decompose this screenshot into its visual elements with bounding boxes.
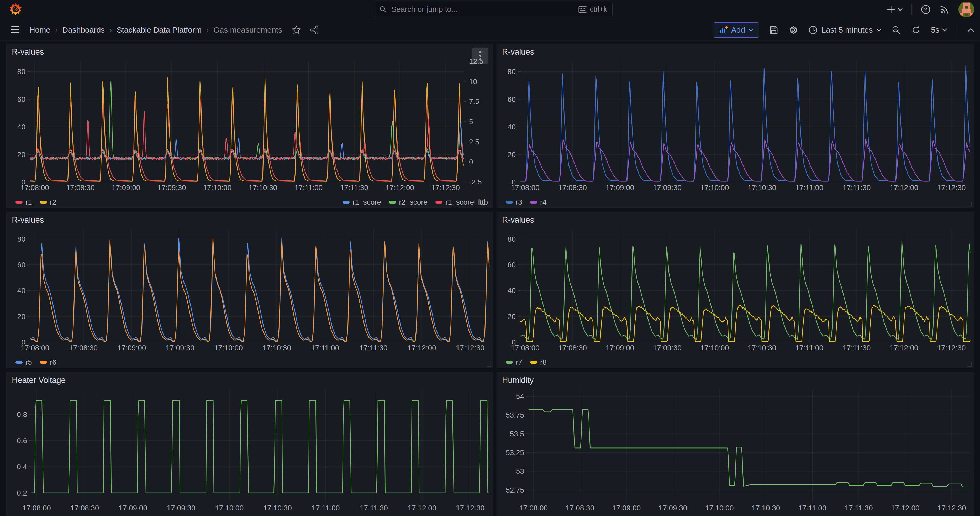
legend-item-r3[interactable]: r3	[506, 198, 522, 206]
panel-resize-handle[interactable]	[487, 362, 491, 366]
x-axis-tick-label: 17:08:00	[504, 344, 546, 352]
x-axis-tick-label: 17:08:30	[62, 344, 105, 352]
series-line-r6	[30, 238, 489, 341]
x-axis-tick-label: 17:10:00	[207, 344, 249, 352]
time-series-plot[interactable]: 020406080	[6, 227, 493, 344]
series-line-r2_score	[30, 81, 463, 159]
legend-item-r8[interactable]: r8	[530, 358, 547, 366]
new-create-button[interactable]	[887, 5, 902, 14]
legend-item-r7[interactable]: r7	[506, 358, 522, 366]
panel-title[interactable]: Humidity	[502, 376, 534, 385]
zoom-out-button[interactable]	[892, 25, 901, 35]
add-panel-button[interactable]: Add	[714, 22, 759, 38]
panel-resize-handle[interactable]	[487, 202, 491, 206]
menu-toggle-button[interactable]	[11, 25, 20, 34]
save-dashboard-button[interactable]	[769, 25, 778, 35]
right-y-axis-tick-label: 2.5	[469, 138, 479, 146]
panel-title[interactable]: R-values	[502, 47, 534, 57]
refresh-button[interactable]	[911, 25, 921, 35]
time-range-picker[interactable]: Last 5 minutes	[808, 25, 881, 35]
search-input[interactable]: Search or jump to... ctrl+k	[374, 2, 612, 17]
y-axis-tick-label: 0.6	[17, 437, 27, 445]
user-avatar[interactable]	[958, 2, 974, 18]
x-axis-tick-label: 17:11:30	[836, 344, 878, 352]
right-y-axis-tick-label: 0	[469, 158, 473, 166]
y-axis-tick-label: 60	[18, 261, 25, 269]
x-axis-tick-label: 17:09:00	[606, 504, 648, 512]
series-line-r3	[520, 66, 970, 181]
x-axis-tick-label: 17:10:30	[741, 344, 783, 352]
x-axis-tick-label: 17:10:00	[196, 183, 238, 192]
y-axis-tick-label: 20	[508, 312, 516, 321]
y-axis-tick-label: 54	[516, 392, 524, 400]
right-y-axis-tick-label: 7.5	[469, 97, 479, 105]
breadcrumb-dashboards[interactable]: Dashboards	[62, 25, 105, 34]
x-axis-tick-label: 17:08:00	[14, 344, 56, 352]
x-axis-tick-label: 17:08:30	[551, 183, 593, 192]
legend-item-r2_score[interactable]: r2_score	[389, 198, 428, 206]
y-axis-tick-label: 52.75	[506, 486, 524, 494]
legend-item-r6[interactable]: r6	[40, 358, 56, 366]
dashboard-canvas: R-values 020406080-2.502.557.51012.5 17:…	[0, 41, 980, 516]
panel-resize-handle[interactable]	[968, 202, 972, 206]
x-axis-tick-label: 17:08:30	[59, 183, 101, 192]
y-axis-tick-label: 40	[18, 287, 25, 295]
series-line-r2	[30, 78, 463, 181]
help-button[interactable]: ?	[921, 5, 931, 14]
panel-resize-handle[interactable]	[968, 362, 972, 366]
dashboard-settings-gear-icon[interactable]	[788, 25, 799, 35]
time-series-plot[interactable]: 52.755353.2553.553.7554	[497, 387, 974, 505]
y-axis-tick-label: 53.5	[510, 430, 524, 438]
x-axis-tick-label: 17:09:30	[160, 504, 202, 512]
x-axis-tick-label: 17:11:30	[333, 183, 375, 192]
legend-item-r2[interactable]: r2	[40, 198, 56, 206]
favorite-star-button[interactable]	[291, 25, 301, 35]
time-series-plot[interactable]: 0.20.40.60.8	[6, 387, 493, 505]
legend-label: r8	[540, 358, 547, 366]
collapse-toolbar-caret-up[interactable]	[967, 27, 974, 32]
x-axis-tick-label: 17:12:00	[883, 183, 925, 192]
x-axis-tick-label: 17:09:00	[599, 344, 641, 352]
time-series-plot[interactable]: 020406080	[497, 59, 974, 184]
right-y-axis-tick-label: 12.5	[469, 59, 484, 65]
y-axis-tick-label: 80	[508, 67, 516, 76]
y-axis-tick-label: 60	[508, 95, 516, 104]
panel-r-values-2: R-values 020406080 17:08:0017:08:3017:09…	[496, 44, 974, 208]
legend-label: r1_score	[353, 198, 381, 206]
top-navigation-bar: Search or jump to... ctrl+k ?	[0, 0, 980, 19]
x-axis-tick-label: 17:11:30	[838, 504, 880, 512]
x-axis-tick-label: 17:12:00	[379, 183, 421, 192]
x-axis-tick-label: 17:09:00	[112, 504, 154, 512]
series-line-humidity	[529, 410, 970, 487]
x-axis-tick-label: 17:08:30	[551, 344, 593, 352]
panel-title[interactable]: R-values	[12, 215, 44, 225]
x-axis-tick-label: 17:12:00	[884, 504, 926, 512]
panel-r-values-1: R-values 020406080-2.502.557.51012.5 17:…	[6, 44, 493, 208]
x-axis-tick-label: 17:10:00	[698, 504, 740, 512]
legend-item-r1[interactable]: r1	[16, 198, 32, 206]
x-axis-tick-label: 17:11:00	[305, 504, 347, 512]
legend-label: r7	[516, 358, 522, 366]
refresh-interval-picker[interactable]: 5s	[931, 25, 947, 34]
grafana-logo[interactable]	[10, 3, 22, 16]
panel-title[interactable]: R-values	[12, 47, 44, 57]
x-axis-tick-label: 17:11:30	[353, 504, 395, 512]
time-series-plot[interactable]: 020406080-2.502.557.51012.5	[6, 59, 493, 184]
y-axis-tick-label: 80	[508, 235, 516, 243]
legend-item-r1_score[interactable]: r1_score	[342, 198, 381, 206]
legend-item-r4[interactable]: r4	[530, 198, 547, 206]
share-button[interactable]	[310, 25, 319, 34]
divider	[957, 25, 958, 35]
panel-title[interactable]: Heater Voltage	[12, 376, 65, 385]
panel-title[interactable]: R-values	[502, 215, 534, 225]
x-axis-tick-label: 17:12:30	[931, 504, 973, 512]
y-axis-tick-label: 20	[18, 312, 25, 321]
x-axis-tick-label: 17:10:00	[208, 504, 250, 512]
breadcrumb-folder[interactable]: Stackable Data Platform	[116, 25, 201, 34]
time-series-plot[interactable]: 020406080	[497, 227, 974, 344]
chevron-down-icon	[898, 9, 902, 11]
legend-item-r5[interactable]: r5	[16, 358, 32, 366]
breadcrumb-home[interactable]: Home	[29, 25, 50, 34]
legend-item-r1_score_lttb[interactable]: r1_score_lttb	[436, 198, 488, 206]
news-rss-button[interactable]	[940, 5, 950, 14]
